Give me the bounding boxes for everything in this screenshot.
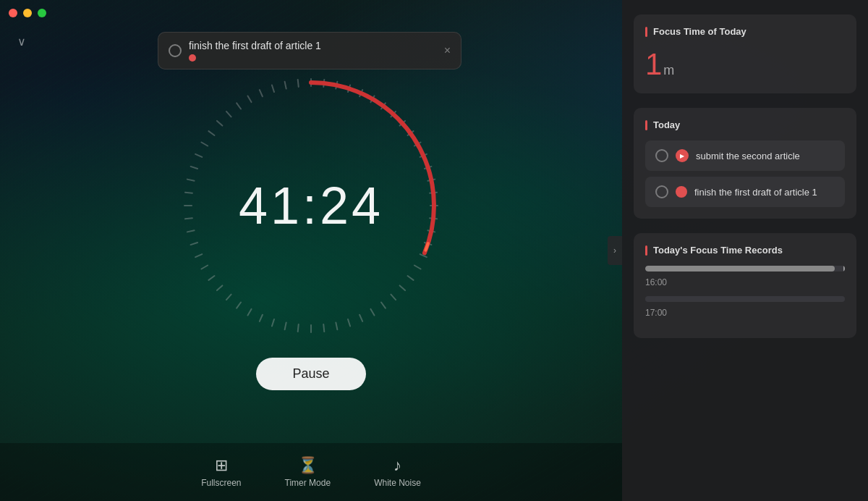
- records-section: Today's Focus Time Records 16:00 17:00: [634, 233, 856, 338]
- chevron-down-icon[interactable]: ∨: [17, 35, 26, 49]
- task-item-1[interactable]: finish the first draft of article 1: [645, 177, 845, 207]
- today-title: Today: [653, 119, 680, 130]
- white-noise-icon: ♪: [393, 456, 401, 475]
- sidebar-toggle-button[interactable]: ›: [608, 236, 622, 265]
- timeline-bar-0: [645, 266, 845, 271]
- timer-area: (function() { const g = document.current…: [0, 0, 622, 501]
- task-1-checkbox[interactable]: [655, 185, 668, 198]
- today-section-accent: [645, 120, 647, 130]
- focus-time-title: Focus Time of Today: [653, 26, 746, 37]
- sidebar: Focus Time of Today 1m Today ▶ submit th…: [622, 0, 868, 501]
- minimize-button[interactable]: [23, 9, 32, 17]
- pause-button[interactable]: Pause: [256, 358, 365, 390]
- traffic-lights: [9, 9, 46, 17]
- timeline-bar-fill-0: [645, 266, 835, 271]
- task-priority-dot: [189, 54, 196, 62]
- records-title: Today's Focus Time Records: [653, 245, 783, 256]
- maximize-button[interactable]: [38, 9, 46, 17]
- task-card: finish the first draft of article 1 ×: [158, 32, 461, 70]
- close-button[interactable]: [9, 9, 17, 17]
- task-0-checkbox[interactable]: [655, 149, 668, 162]
- timeline-label-1: 17:00: [645, 308, 845, 318]
- timeline-bar-container: 16:00 17:00: [645, 266, 845, 318]
- task-0-text: submit the second article: [696, 151, 800, 161]
- bottom-toolbar: ⊞ Fullscreen ⏳ Timer Mode ♪ White Noise: [0, 443, 622, 501]
- timer-mode-toolbar-item[interactable]: ⏳ Timer Mode: [285, 456, 331, 488]
- white-noise-toolbar-item[interactable]: ♪ White Noise: [374, 456, 421, 488]
- today-section: Today ▶ submit the second article finish…: [634, 108, 856, 219]
- focus-time-section: Focus Time of Today 1m: [634, 14, 856, 93]
- task-item-0[interactable]: ▶ submit the second article: [645, 140, 845, 171]
- task-complete-checkbox[interactable]: [169, 44, 182, 57]
- timer-circle: (function() { const g = document.current…: [174, 68, 448, 343]
- timer-display: 41:24: [174, 68, 448, 343]
- task-card-close-button[interactable]: ×: [444, 44, 451, 57]
- task-1-tomato-icon: [676, 186, 687, 198]
- timeline-label-0: 16:00: [645, 277, 845, 287]
- fullscreen-toolbar-item[interactable]: ⊞ Fullscreen: [201, 456, 241, 488]
- task-1-text: finish the first draft of article 1: [694, 187, 817, 198]
- fullscreen-icon: ⊞: [215, 456, 228, 475]
- timer-mode-icon: ⏳: [298, 456, 318, 475]
- focus-time-unit: m: [663, 63, 674, 77]
- timeline-bar-1: [645, 296, 845, 302]
- timer-mode-label: Timer Mode: [285, 478, 331, 488]
- task-0-play-button[interactable]: ▶: [676, 149, 689, 162]
- fullscreen-label: Fullscreen: [201, 478, 241, 488]
- focus-time-number: 1: [645, 47, 662, 81]
- white-noise-label: White Noise: [374, 478, 421, 488]
- focus-time-value-container: 1m: [645, 47, 845, 82]
- timeline-marker-0: [843, 266, 845, 271]
- task-card-title: finish the first draft of article 1: [189, 40, 437, 51]
- section-accent: [645, 27, 647, 37]
- records-section-accent: [645, 245, 647, 256]
